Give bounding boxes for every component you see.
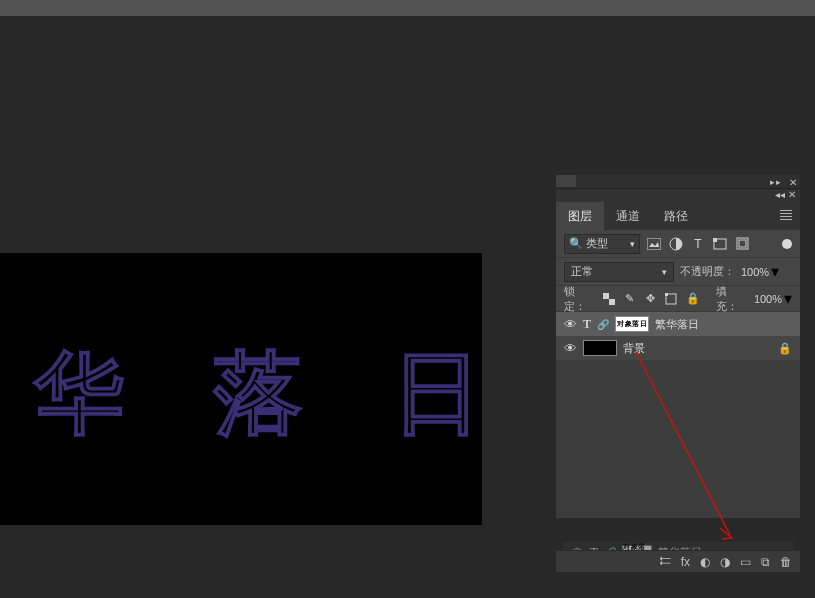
filter-type-icon[interactable]: T <box>690 236 706 252</box>
layer-filter-row: 🔍 类型 ▾ T <box>556 230 800 258</box>
link-layers-icon[interactable]: ⮄ <box>659 555 671 569</box>
tab-layers[interactable]: 图层 <box>556 202 604 230</box>
link-icon: 🔗 <box>597 319 609 330</box>
lock-artboard-icon[interactable] <box>665 291 678 307</box>
filter-type-select[interactable]: 🔍 类型 ▾ <box>564 234 640 254</box>
opacity-value: 100% <box>741 266 769 278</box>
search-icon: 🔍 <box>569 237 583 250</box>
filter-toggle-icon[interactable] <box>782 239 792 249</box>
layer-item-text[interactable]: 👁 T 🔗 对象落日 繁华落日 <box>556 312 800 336</box>
chevron-down-icon: ▾ <box>630 239 635 249</box>
layer-name[interactable]: 背景 <box>623 341 645 356</box>
app-titlebar <box>0 0 815 16</box>
layer-mask-icon[interactable]: ◐ <box>700 555 710 569</box>
lock-all-icon[interactable]: 🔒 <box>686 291 700 307</box>
fill-value: 100% <box>754 293 782 305</box>
layer-group-icon[interactable]: ▭ <box>740 555 751 569</box>
new-layer-icon[interactable]: ⧉ <box>761 555 770 569</box>
layer-name[interactable]: 繁华落日 <box>655 317 699 332</box>
canvas-text-layer[interactable]: 华 落 日 <box>34 333 482 455</box>
lock-position-icon[interactable]: ✥ <box>644 291 657 307</box>
lock-paint-icon[interactable]: ✎ <box>623 291 636 307</box>
blend-row: 正常 ▾ 不透明度： 100% ▾ <box>556 258 800 286</box>
svg-rect-9 <box>665 293 668 296</box>
type-layer-icon: T <box>583 317 591 332</box>
fill-label: 填充： <box>716 284 746 314</box>
svg-rect-3 <box>713 238 717 242</box>
svg-rect-5 <box>739 240 746 247</box>
svg-rect-0 <box>647 238 661 250</box>
adjustment-layer-icon[interactable]: ◑ <box>720 555 730 569</box>
chevron-down-icon: ▾ <box>784 289 792 308</box>
panel-dock-gap <box>556 189 800 202</box>
fill-input[interactable]: 100% ▾ <box>754 289 792 308</box>
tab-paths[interactable]: 路径 <box>652 202 700 230</box>
collapse-panel-icon[interactable]: ▸▸ <box>770 177 782 187</box>
filter-adjust-icon[interactable] <box>668 236 684 252</box>
layers-panel-group: ▸▸ ✕ ◂◂ ✕ 图层 通道 路径 🔍 类型 ▾ T <box>556 175 800 518</box>
chevron-down-icon: ▾ <box>601 267 667 277</box>
visibility-icon[interactable]: 👁 <box>564 341 577 356</box>
layer-thumbnail[interactable]: 对象落日 <box>615 316 649 332</box>
document-canvas[interactable]: 华 落 日 <box>0 253 482 525</box>
filter-shape-icon[interactable] <box>712 236 728 252</box>
layer-item-background[interactable]: 👁 背景 🔒 <box>556 336 800 360</box>
app-window: 华 落 日 ▸▸ ✕ ◂◂ ✕ 图层 通道 路径 🔍 类型 ▾ <box>0 0 815 598</box>
svg-rect-6 <box>603 293 609 299</box>
filter-smart-icon[interactable] <box>734 236 750 252</box>
layer-thumbnail[interactable] <box>583 340 617 356</box>
background-lock-icon[interactable]: 🔒 <box>778 342 792 355</box>
opacity-label: 不透明度： <box>680 264 735 279</box>
chevron-down-icon: ▾ <box>771 262 779 281</box>
blend-mode-select[interactable]: 正常 ▾ <box>564 262 674 282</box>
mini-tab[interactable] <box>556 175 576 187</box>
layers-list: 👁 T 🔗 对象落日 繁华落日 👁 背景 🔒 <box>556 312 800 518</box>
filter-type-label: 类型 <box>586 236 608 251</box>
svg-rect-7 <box>609 299 615 305</box>
panel-tabs: ◂◂ ✕ 图层 通道 路径 <box>556 202 800 230</box>
lock-row: 锁定： ✎ ✥ 🔒 填充： 100% ▾ <box>556 286 800 312</box>
close-panel-icon[interactable]: ✕ <box>789 177 797 188</box>
layers-panel: ◂◂ ✕ 图层 通道 路径 🔍 类型 ▾ T <box>556 202 800 518</box>
layers-empty-area[interactable] <box>556 360 800 518</box>
panel-menu-icon[interactable] <box>780 210 792 220</box>
tab-channels[interactable]: 通道 <box>604 202 652 230</box>
lock-transparent-icon[interactable] <box>602 291 615 307</box>
blend-mode-value: 正常 <box>571 264 593 279</box>
filter-pixel-icon[interactable] <box>646 236 662 252</box>
panel-dock-bar[interactable]: ▸▸ ✕ <box>556 175 800 189</box>
layer-fx-icon[interactable]: fx <box>681 555 690 569</box>
visibility-icon[interactable]: 👁 <box>564 317 577 332</box>
opacity-input[interactable]: 100% ▾ <box>741 262 779 281</box>
layers-panel-footer: ⮄ fx ◐ ◑ ▭ ⧉ 🗑 <box>556 550 800 572</box>
lock-label: 锁定： <box>564 284 594 314</box>
panel-top-icons[interactable]: ◂◂ ✕ <box>775 189 796 200</box>
trash-icon[interactable]: 🗑 <box>780 555 792 569</box>
